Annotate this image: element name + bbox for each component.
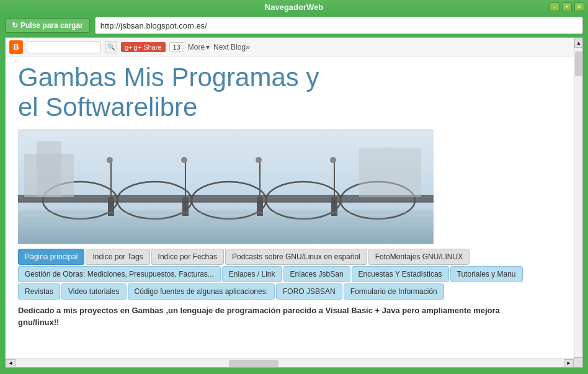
share-label: g+ Share (134, 43, 162, 51)
page-description: Dedicado a mis proyectos en Gambas ,un l… (18, 305, 570, 329)
tab-tutoriales[interactable]: Tutoriales y Manu (450, 266, 523, 282)
tab-foro[interactable]: FORO JSBSAN (276, 283, 342, 300)
svg-point-21 (330, 157, 336, 163)
reload-button[interactable]: ↻ Pulse para cargar (5, 18, 90, 33)
scrollbar-corner (574, 358, 582, 367)
header-image (18, 129, 434, 244)
horizontal-scrollbar[interactable]: ◄ ► (6, 358, 574, 367)
title-bar: NavegadorWeb − + ✕ (0, 0, 588, 14)
tab-indice-fechas[interactable]: Indice por Fechas (151, 249, 224, 265)
url-input[interactable] (95, 17, 583, 34)
nav-tabs-row2: Gestión de Obras: Mediciones, Presupuest… (18, 266, 570, 282)
scroll-left-button[interactable]: ◄ (6, 359, 16, 368)
nav-tabs-row1: Página principal Indice por Tags Indice … (18, 249, 570, 265)
description-text: Dedicado a mis proyectos en Gambas ,un l… (18, 306, 500, 315)
tab-pagina-principal[interactable]: Página principal (18, 249, 84, 265)
svg-point-15 (107, 157, 113, 163)
description-continued: gnu/linux!! (18, 318, 59, 327)
tab-video-tutoriales[interactable]: Video tutoriales (61, 283, 127, 300)
tab-formulario[interactable]: Formulario de Información (344, 283, 444, 300)
blog-title-line2: el Softwarelibre (18, 92, 197, 122)
blog-title: Gambas Mis Programas y el Softwarelibre (18, 63, 570, 123)
blogger-logo: B (9, 40, 23, 54)
bridge-sketch (18, 129, 434, 244)
blogger-search-input[interactable] (27, 41, 101, 53)
tab-indice-tags[interactable]: Indice por Tags (86, 249, 149, 265)
page-content: Gambas Mis Programas y el Softwarelibre (6, 56, 582, 335)
web-content-area: ▲ ▼ B 🔍 g+ g+ Share 13 More ▾ Next Blog»… (5, 37, 583, 368)
gplus-icon: g+ (125, 43, 133, 51)
tab-fotomontajes[interactable]: FotoMontajes GNU/LINUX (368, 249, 470, 265)
scroll-thumb-horizontal[interactable] (229, 360, 278, 367)
svg-rect-1 (18, 210, 434, 244)
blogger-search-button[interactable]: 🔍 (105, 41, 117, 53)
scroll-up-button[interactable]: ▲ (574, 38, 583, 48)
reload-icon: ↻ (12, 21, 18, 30)
svg-rect-23 (37, 141, 61, 197)
tab-enlaces-link[interactable]: Enlaces / Link (222, 266, 282, 282)
minimize-button[interactable]: − (550, 2, 559, 11)
svg-rect-2 (18, 197, 434, 202)
blog-title-line1: Gambas Mis Programas y (18, 63, 319, 92)
tab-gestion-obras[interactable]: Gestión de Obras: Mediciones, Presupuest… (18, 266, 221, 282)
tab-codigo-fuentes[interactable]: Código fuentes de algunas aplicaciones: (128, 283, 275, 300)
more-button[interactable]: More ▾ (188, 43, 210, 51)
blogger-bar: B 🔍 g+ g+ Share 13 More ▾ Next Blog» (6, 38, 582, 56)
window-controls: − + ✕ (550, 2, 584, 11)
next-blog-button[interactable]: Next Blog» (213, 43, 250, 51)
browser-toolbar: ↻ Pulse para cargar (0, 14, 588, 37)
tab-podcasts[interactable]: Podcasts sobre GNU/Linux en español (225, 249, 367, 265)
scroll-right-button[interactable]: ► (564, 359, 574, 368)
nav-tabs-row3: Revistas Video tutoriales Código fuentes… (18, 283, 570, 300)
svg-point-19 (256, 157, 262, 163)
maximize-button[interactable]: + (562, 2, 572, 11)
tab-enlaces-jsbsan[interactable]: Enlaces JsbSan (283, 266, 350, 282)
more-label: More (188, 43, 205, 51)
window-title: NavegadorWeb (265, 2, 323, 12)
tab-revistas[interactable]: Revistas (18, 283, 60, 300)
svg-rect-24 (359, 148, 421, 197)
vertical-scrollbar[interactable]: ▲ ▼ (574, 38, 582, 367)
more-arrow-icon: ▾ (206, 43, 210, 51)
close-button[interactable]: ✕ (574, 2, 584, 11)
gplus-share-button[interactable]: g+ g+ Share (121, 42, 166, 52)
reload-label: Pulse para cargar (20, 21, 83, 30)
tab-encuestas[interactable]: Encuestas Y Estadísticas (352, 266, 449, 282)
svg-point-17 (181, 157, 187, 163)
bridge-svg (18, 129, 434, 244)
share-count: 13 (169, 42, 184, 52)
scroll-thumb-vertical[interactable] (575, 51, 582, 76)
